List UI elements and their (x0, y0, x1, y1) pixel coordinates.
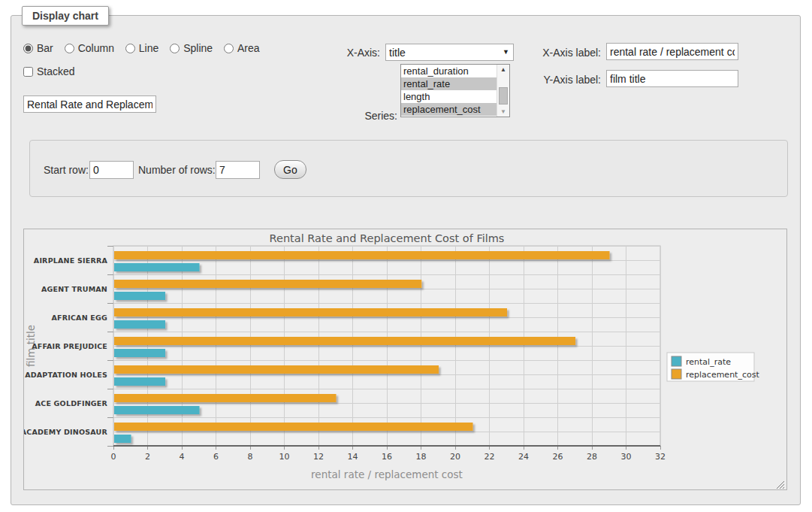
x-axis-label: X-Axis: (320, 47, 380, 59)
svg-text:32: 32 (655, 452, 666, 462)
category-label: AIRPLANE SIERRA (34, 256, 108, 265)
bar-radio-label: Bar (37, 42, 53, 54)
svg-text:26: 26 (553, 452, 563, 462)
x-axis-select[interactable]: title (385, 44, 514, 61)
go-button[interactable]: Go (274, 160, 306, 179)
stacked-checkbox-row[interactable]: Stacked (23, 65, 75, 77)
series-option-length[interactable]: length (401, 90, 497, 103)
x-axis-select-wrap: title ▼ (385, 44, 514, 61)
svg-text:18: 18 (416, 452, 427, 462)
bar-rental_rate (114, 320, 165, 329)
svg-text:28: 28 (587, 452, 597, 462)
x-axis-title-label: X-Axis label: (533, 47, 601, 59)
spline-radio[interactable] (170, 44, 180, 53)
chart-type-area[interactable]: Area (224, 42, 260, 54)
y-axis-title-label: Y-Axis label: (533, 74, 601, 86)
bar-chart: Rental Rate and Replacement Cost of Film… (24, 229, 788, 491)
bar-rental_rate (114, 349, 165, 357)
svg-text:24: 24 (518, 452, 529, 462)
bar-replacement_cost (114, 423, 473, 431)
area-radio[interactable] (224, 44, 234, 53)
bar-rental_rate (114, 435, 131, 443)
svg-text:8: 8 (248, 452, 253, 462)
line-radio[interactable] (125, 44, 135, 53)
series-options: rental_duration rental_rate length repla… (401, 65, 497, 117)
bar-rental_rate (114, 292, 165, 300)
chart-container: Rental Rate and Replacement Cost of Film… (23, 229, 787, 490)
svg-text:rental_rate: rental_rate (686, 357, 731, 367)
chart-type-spline[interactable]: Spline (170, 42, 213, 54)
scroll-down-icon[interactable]: ▼ (497, 107, 509, 117)
category-label: ADAPTATION HOLES (25, 371, 107, 379)
svg-text:16: 16 (382, 452, 392, 462)
bar-replacement_cost (114, 280, 421, 288)
category-label: ACE GOLDFINGER (35, 399, 108, 407)
chart-title-input[interactable] (23, 95, 156, 113)
row-range-box: Start row: Number of rows: Go (29, 140, 788, 197)
svg-text:2: 2 (145, 452, 150, 462)
bar-replacement_cost (114, 308, 507, 317)
svg-text:20: 20 (450, 452, 460, 462)
svg-text:10: 10 (279, 452, 290, 462)
category-label: AGENT TRUMAN (41, 285, 107, 293)
svg-text:14: 14 (348, 452, 358, 462)
svg-text:4: 4 (180, 452, 185, 462)
spline-radio-label: Spline (183, 42, 213, 54)
listbox-scrollbar[interactable]: ▲ ▼ (497, 65, 509, 117)
bar-rental_rate (114, 377, 165, 386)
option-text: rental_duration (403, 65, 469, 77)
chart-type-bar[interactable]: Bar (23, 42, 53, 54)
y-axis-label-input[interactable] (606, 70, 738, 87)
chart-type-line[interactable]: Line (125, 42, 158, 54)
start-row-input[interactable] (89, 161, 134, 179)
column-radio-label: Column (78, 42, 114, 54)
series-listbox[interactable]: rental_duration rental_rate length repla… (400, 64, 510, 117)
option-text: rental_rate (403, 78, 450, 89)
bar-replacement_cost (114, 394, 337, 402)
chart-legend: rental_ratereplacement_cost (667, 353, 759, 381)
svg-text:6: 6 (213, 452, 219, 462)
chart-type-radio-group: Bar Column Line Spline Area (23, 42, 268, 56)
series-option-rental-duration[interactable]: rental_duration (401, 65, 497, 77)
stacked-label: Stacked (37, 65, 75, 77)
x-tick-labels: 02468101214161820222426283032 (111, 452, 666, 462)
bar-replacement_cost (114, 251, 610, 259)
x-axis-label-input[interactable] (606, 43, 738, 60)
option-text: replacement_cost (403, 104, 481, 115)
category-label: AFRICAN EGG (51, 314, 107, 322)
page: Display chart Bar Column Line Spline Are… (0, 0, 812, 512)
bar-replacement_cost (114, 337, 575, 345)
display-chart-panel: Display chart Bar Column Line Spline Are… (11, 15, 801, 505)
stacked-checkbox[interactable] (23, 67, 33, 77)
svg-text:12: 12 (313, 452, 324, 462)
column-radio[interactable] (65, 44, 74, 53)
bar-rental_rate (114, 263, 200, 271)
start-row-label: Start row: (44, 164, 89, 176)
series-option-rental-rate[interactable]: rental_rate (401, 77, 497, 90)
svg-text:0: 0 (111, 452, 116, 462)
y-axis-title: film title (25, 325, 37, 367)
line-radio-label: Line (139, 42, 158, 54)
x-axis-title: rental rate / replacement cost (311, 468, 463, 480)
series-option-replacement-cost[interactable]: replacement_cost (401, 103, 497, 116)
svg-text:replacement_cost: replacement_cost (686, 370, 759, 380)
chart-type-column[interactable]: Column (65, 42, 114, 54)
resize-handle-icon[interactable] (776, 479, 785, 488)
bar-rental_rate (114, 406, 200, 414)
scroll-up-icon[interactable]: ▲ (497, 65, 509, 74)
panel-legend: Display chart (22, 6, 109, 26)
svg-text:22: 22 (484, 452, 495, 462)
area-radio-label: Area (237, 42, 260, 54)
category-label: AFFAIR PREJUDICE (32, 342, 107, 350)
bar-replacement_cost (114, 365, 439, 374)
bar-radio[interactable] (23, 44, 33, 53)
num-rows-input[interactable] (216, 161, 260, 179)
chart-title: Rental Rate and Replacement Cost of Film… (270, 232, 505, 244)
num-rows-label: Number of rows: (138, 164, 216, 176)
svg-text:30: 30 (621, 452, 632, 462)
category-label: ACADEMY DINOSAUR (24, 428, 107, 436)
scrollbar-thumb[interactable] (499, 87, 508, 105)
option-text: length (403, 91, 430, 102)
series-label: Series: (337, 110, 397, 122)
